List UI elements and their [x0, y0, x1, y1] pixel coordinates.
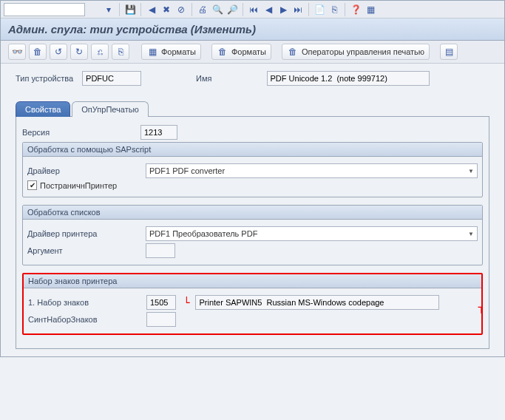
driver-label: Драйвер — [27, 166, 138, 175]
name-input[interactable] — [267, 71, 430, 86]
page-printer-label: ПостраничнПринтер — [40, 181, 117, 190]
trash-icon: 🗑 — [287, 46, 299, 58]
synt-charset-input[interactable] — [146, 312, 176, 327]
new-session-icon[interactable]: 📄 — [313, 4, 325, 16]
delete-button[interactable]: 🗑 — [29, 44, 47, 60]
back-icon[interactable]: ◀ — [146, 4, 157, 16]
glasses-icon: 👓 — [11, 46, 23, 58]
find-icon[interactable]: 🔍 — [211, 4, 223, 16]
formats-label-1: Форматы — [161, 47, 196, 56]
undo-button[interactable]: ↺ — [50, 44, 67, 60]
driver-value: PDF1 PDF converter — [149, 166, 225, 175]
redo-button[interactable]: ↻ — [70, 44, 88, 60]
device-type-input[interactable] — [82, 71, 141, 86]
charset-code-input[interactable] — [146, 295, 176, 310]
chevron-down-icon: ▼ — [468, 231, 474, 237]
page-printer-checkbox[interactable]: ✔ ПостраничнПринтер — [27, 180, 117, 190]
layout-icon[interactable]: ▦ — [365, 4, 376, 16]
save-icon[interactable]: 💾 — [124, 4, 136, 16]
charset-row-label: 1. Набор знаков — [28, 298, 139, 307]
formats-label-2: Форматы — [231, 47, 266, 56]
list-button[interactable]: ▤ — [440, 44, 458, 60]
printer-driver-value: PDF1 Преобразователь PDF — [149, 229, 257, 238]
trash-icon: 🗑 — [217, 46, 228, 58]
cancel-icon[interactable]: ⊘ — [175, 4, 187, 16]
action-toolbar: 👓 🗑 ↺ ↻ ⎌ ⎘ ▦ Форматы 🗑 Форматы 🗑 Операт… — [1, 41, 504, 64]
check-icon: ⎌ — [94, 46, 106, 58]
next-page-icon[interactable]: ▶ — [277, 4, 289, 16]
print-icon[interactable]: 🖨 — [197, 4, 209, 16]
other-object-button[interactable]: 👓 — [8, 44, 26, 60]
formats-button-2[interactable]: 🗑 Форматы — [211, 44, 271, 60]
tab-row: Свойства ОпУпрПечатью — [16, 101, 489, 116]
printer-driver-label: Драйвер принтера — [27, 229, 138, 238]
menu-icon[interactable]: ▾ — [103, 4, 115, 16]
check-button[interactable]: ⎌ — [91, 44, 109, 60]
printer-driver-select[interactable]: PDF1 Преобразователь PDF ▼ — [146, 226, 478, 241]
lists-group-header: Обработка списков — [23, 206, 482, 220]
exit-icon[interactable]: ✖ — [160, 4, 172, 16]
system-toolbar: ▾ 💾 ◀ ✖ ⊘ 🖨 🔍 🔎 ⏮ ◀ ▶ ⏭ 📄 ⎘ ❓ ▦ — [1, 1, 504, 18]
help-icon[interactable]: ❓ — [350, 4, 362, 16]
prev-page-icon[interactable]: ◀ — [262, 4, 274, 16]
first-page-icon[interactable]: ⏮ — [248, 4, 260, 16]
formats-button-1[interactable]: ▦ Форматы — [141, 44, 201, 60]
name-label: Имя — [196, 74, 211, 83]
charset-desc-input[interactable] — [195, 295, 439, 310]
copy-button[interactable]: ⎘ — [112, 44, 129, 60]
print-operators-label: Операторы управления печатью — [302, 47, 424, 56]
version-label: Версия — [22, 128, 133, 137]
find-next-icon[interactable]: 🔎 — [226, 4, 238, 16]
list-icon: ▤ — [443, 46, 455, 58]
highlight-bracket-left: └ — [183, 297, 189, 308]
command-field[interactable] — [4, 3, 85, 16]
device-type-label: Тип устройства — [16, 74, 73, 83]
trash-icon: 🗑 — [32, 46, 44, 58]
last-page-icon[interactable]: ⏭ — [292, 4, 304, 16]
tab-print-ops[interactable]: ОпУпрПечатью — [72, 101, 148, 117]
window-title: Админ. спула: тип устройства (Изменить) — [1, 18, 504, 41]
checkbox-icon: ✔ — [27, 180, 37, 190]
shortcut-icon[interactable]: ⎘ — [328, 4, 340, 16]
chevron-down-icon: ▼ — [468, 168, 474, 175]
driver-select[interactable]: PDF1 PDF converter ▼ — [146, 163, 478, 178]
tab-properties[interactable]: Свойства — [16, 101, 70, 117]
argument-input[interactable] — [146, 243, 175, 258]
charset-group-header: Набор знаков принтера — [24, 274, 481, 288]
synt-charset-label: СинтНаборЗнаков — [28, 315, 139, 324]
highlight-bracket-right: ┐ — [478, 301, 484, 313]
argument-label: Аргумент — [27, 246, 138, 255]
sapscript-group-header: Обработка с помощью SAPscript — [23, 143, 482, 157]
header-fields: Тип устройства Имя — [1, 64, 504, 93]
redo-icon: ↻ — [73, 46, 85, 58]
copy-icon: ⎘ — [115, 46, 126, 58]
print-operators-button[interactable]: 🗑 Операторы управления печатью — [282, 44, 430, 60]
grid-icon: ▦ — [146, 46, 158, 58]
undo-icon: ↺ — [52, 46, 64, 58]
version-input[interactable] — [140, 125, 177, 140]
